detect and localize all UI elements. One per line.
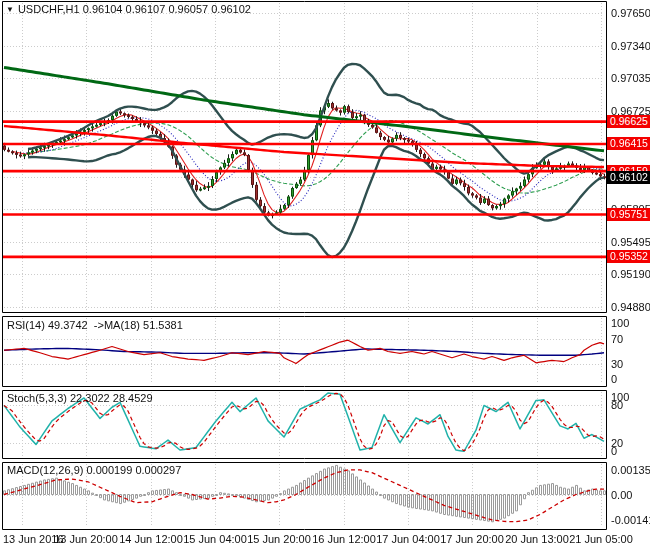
- rsi-panel-area[interactable]: [0, 316, 607, 386]
- time-axis[interactable]: [0, 530, 650, 550]
- main-price-chart-area[interactable]: [0, 0, 607, 313]
- macd-panel-area[interactable]: [0, 462, 607, 529]
- price-axis[interactable]: [607, 0, 650, 529]
- stochastic-panel-area[interactable]: [0, 390, 607, 458]
- chart-window: ▼USDCHF,H1 0.96104 0.96107 0.96057 0.961…: [0, 0, 650, 550]
